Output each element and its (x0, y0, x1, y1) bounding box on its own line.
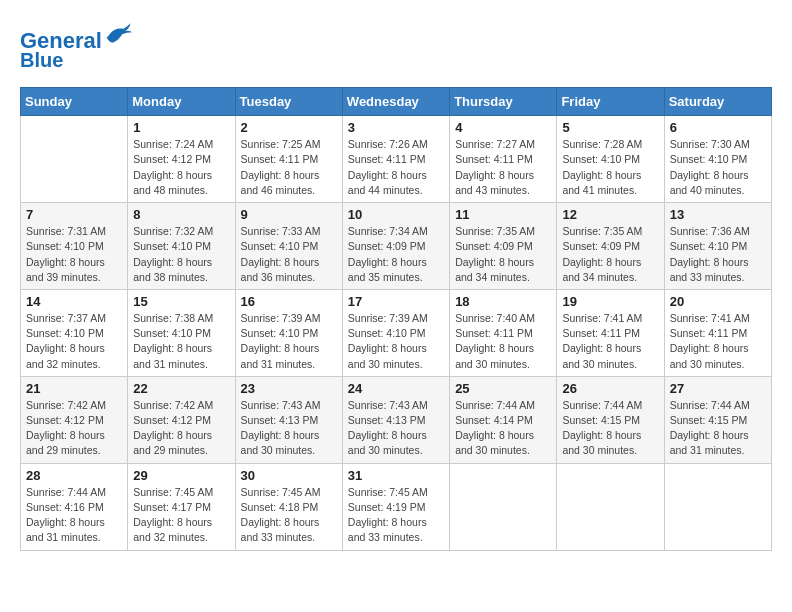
calendar-cell: 1Sunrise: 7:24 AMSunset: 4:12 PMDaylight… (128, 116, 235, 203)
day-info: Sunrise: 7:45 AMSunset: 4:17 PMDaylight:… (133, 485, 229, 546)
calendar-cell: 3Sunrise: 7:26 AMSunset: 4:11 PMDaylight… (342, 116, 449, 203)
day-info: Sunrise: 7:44 AMSunset: 4:15 PMDaylight:… (562, 398, 658, 459)
calendar-cell: 23Sunrise: 7:43 AMSunset: 4:13 PMDayligh… (235, 376, 342, 463)
calendar-cell: 9Sunrise: 7:33 AMSunset: 4:10 PMDaylight… (235, 203, 342, 290)
day-number: 7 (26, 207, 122, 222)
day-info: Sunrise: 7:28 AMSunset: 4:10 PMDaylight:… (562, 137, 658, 198)
day-number: 10 (348, 207, 444, 222)
calendar-cell: 11Sunrise: 7:35 AMSunset: 4:09 PMDayligh… (450, 203, 557, 290)
day-info: Sunrise: 7:33 AMSunset: 4:10 PMDaylight:… (241, 224, 337, 285)
calendar-cell: 6Sunrise: 7:30 AMSunset: 4:10 PMDaylight… (664, 116, 771, 203)
calendar-cell (664, 463, 771, 550)
calendar-cell: 7Sunrise: 7:31 AMSunset: 4:10 PMDaylight… (21, 203, 128, 290)
page-header: General Blue (20, 20, 772, 71)
column-header-wednesday: Wednesday (342, 88, 449, 116)
calendar-cell: 10Sunrise: 7:34 AMSunset: 4:09 PMDayligh… (342, 203, 449, 290)
day-number: 22 (133, 381, 229, 396)
day-number: 26 (562, 381, 658, 396)
column-header-friday: Friday (557, 88, 664, 116)
day-info: Sunrise: 7:24 AMSunset: 4:12 PMDaylight:… (133, 137, 229, 198)
day-number: 3 (348, 120, 444, 135)
calendar-cell: 4Sunrise: 7:27 AMSunset: 4:11 PMDaylight… (450, 116, 557, 203)
day-number: 8 (133, 207, 229, 222)
calendar-cell: 20Sunrise: 7:41 AMSunset: 4:11 PMDayligh… (664, 289, 771, 376)
day-number: 18 (455, 294, 551, 309)
day-number: 16 (241, 294, 337, 309)
calendar-cell: 17Sunrise: 7:39 AMSunset: 4:10 PMDayligh… (342, 289, 449, 376)
day-info: Sunrise: 7:44 AMSunset: 4:14 PMDaylight:… (455, 398, 551, 459)
calendar-cell: 15Sunrise: 7:38 AMSunset: 4:10 PMDayligh… (128, 289, 235, 376)
calendar-cell (21, 116, 128, 203)
day-number: 27 (670, 381, 766, 396)
day-info: Sunrise: 7:31 AMSunset: 4:10 PMDaylight:… (26, 224, 122, 285)
day-number: 24 (348, 381, 444, 396)
day-info: Sunrise: 7:40 AMSunset: 4:11 PMDaylight:… (455, 311, 551, 372)
day-number: 30 (241, 468, 337, 483)
calendar-cell: 31Sunrise: 7:45 AMSunset: 4:19 PMDayligh… (342, 463, 449, 550)
day-info: Sunrise: 7:27 AMSunset: 4:11 PMDaylight:… (455, 137, 551, 198)
day-info: Sunrise: 7:37 AMSunset: 4:10 PMDaylight:… (26, 311, 122, 372)
calendar-cell: 13Sunrise: 7:36 AMSunset: 4:10 PMDayligh… (664, 203, 771, 290)
calendar-cell (557, 463, 664, 550)
day-number: 21 (26, 381, 122, 396)
calendar-cell: 8Sunrise: 7:32 AMSunset: 4:10 PMDaylight… (128, 203, 235, 290)
day-info: Sunrise: 7:41 AMSunset: 4:11 PMDaylight:… (562, 311, 658, 372)
day-number: 6 (670, 120, 766, 135)
day-info: Sunrise: 7:43 AMSunset: 4:13 PMDaylight:… (348, 398, 444, 459)
day-info: Sunrise: 7:45 AMSunset: 4:19 PMDaylight:… (348, 485, 444, 546)
day-info: Sunrise: 7:39 AMSunset: 4:10 PMDaylight:… (241, 311, 337, 372)
calendar-cell: 5Sunrise: 7:28 AMSunset: 4:10 PMDaylight… (557, 116, 664, 203)
day-info: Sunrise: 7:44 AMSunset: 4:16 PMDaylight:… (26, 485, 122, 546)
day-info: Sunrise: 7:41 AMSunset: 4:11 PMDaylight:… (670, 311, 766, 372)
calendar-cell: 16Sunrise: 7:39 AMSunset: 4:10 PMDayligh… (235, 289, 342, 376)
day-info: Sunrise: 7:30 AMSunset: 4:10 PMDaylight:… (670, 137, 766, 198)
day-number: 17 (348, 294, 444, 309)
day-info: Sunrise: 7:35 AMSunset: 4:09 PMDaylight:… (562, 224, 658, 285)
calendar-header: SundayMondayTuesdayWednesdayThursdayFrid… (21, 88, 772, 116)
logo: General Blue (20, 20, 132, 71)
calendar-cell: 22Sunrise: 7:42 AMSunset: 4:12 PMDayligh… (128, 376, 235, 463)
calendar-cell: 18Sunrise: 7:40 AMSunset: 4:11 PMDayligh… (450, 289, 557, 376)
day-number: 4 (455, 120, 551, 135)
day-info: Sunrise: 7:32 AMSunset: 4:10 PMDaylight:… (133, 224, 229, 285)
column-header-thursday: Thursday (450, 88, 557, 116)
day-number: 9 (241, 207, 337, 222)
calendar-cell: 21Sunrise: 7:42 AMSunset: 4:12 PMDayligh… (21, 376, 128, 463)
day-info: Sunrise: 7:26 AMSunset: 4:11 PMDaylight:… (348, 137, 444, 198)
column-header-tuesday: Tuesday (235, 88, 342, 116)
day-info: Sunrise: 7:36 AMSunset: 4:10 PMDaylight:… (670, 224, 766, 285)
calendar-cell: 25Sunrise: 7:44 AMSunset: 4:14 PMDayligh… (450, 376, 557, 463)
column-header-monday: Monday (128, 88, 235, 116)
calendar-cell: 12Sunrise: 7:35 AMSunset: 4:09 PMDayligh… (557, 203, 664, 290)
day-number: 31 (348, 468, 444, 483)
calendar-table: SundayMondayTuesdayWednesdayThursdayFrid… (20, 87, 772, 550)
day-info: Sunrise: 7:44 AMSunset: 4:15 PMDaylight:… (670, 398, 766, 459)
day-number: 14 (26, 294, 122, 309)
day-info: Sunrise: 7:45 AMSunset: 4:18 PMDaylight:… (241, 485, 337, 546)
day-number: 15 (133, 294, 229, 309)
calendar-cell: 14Sunrise: 7:37 AMSunset: 4:10 PMDayligh… (21, 289, 128, 376)
calendar-cell: 28Sunrise: 7:44 AMSunset: 4:16 PMDayligh… (21, 463, 128, 550)
calendar-cell: 27Sunrise: 7:44 AMSunset: 4:15 PMDayligh… (664, 376, 771, 463)
day-info: Sunrise: 7:34 AMSunset: 4:09 PMDaylight:… (348, 224, 444, 285)
day-number: 11 (455, 207, 551, 222)
calendar-cell (450, 463, 557, 550)
calendar-cell: 19Sunrise: 7:41 AMSunset: 4:11 PMDayligh… (557, 289, 664, 376)
calendar-cell: 2Sunrise: 7:25 AMSunset: 4:11 PMDaylight… (235, 116, 342, 203)
column-header-sunday: Sunday (21, 88, 128, 116)
calendar-cell: 30Sunrise: 7:45 AMSunset: 4:18 PMDayligh… (235, 463, 342, 550)
day-number: 5 (562, 120, 658, 135)
day-number: 13 (670, 207, 766, 222)
calendar-cell: 24Sunrise: 7:43 AMSunset: 4:13 PMDayligh… (342, 376, 449, 463)
day-info: Sunrise: 7:42 AMSunset: 4:12 PMDaylight:… (26, 398, 122, 459)
day-number: 12 (562, 207, 658, 222)
day-number: 25 (455, 381, 551, 396)
day-info: Sunrise: 7:43 AMSunset: 4:13 PMDaylight:… (241, 398, 337, 459)
day-number: 23 (241, 381, 337, 396)
day-number: 2 (241, 120, 337, 135)
day-number: 28 (26, 468, 122, 483)
calendar-cell: 29Sunrise: 7:45 AMSunset: 4:17 PMDayligh… (128, 463, 235, 550)
day-info: Sunrise: 7:38 AMSunset: 4:10 PMDaylight:… (133, 311, 229, 372)
day-number: 1 (133, 120, 229, 135)
logo-bird-icon (104, 20, 132, 48)
